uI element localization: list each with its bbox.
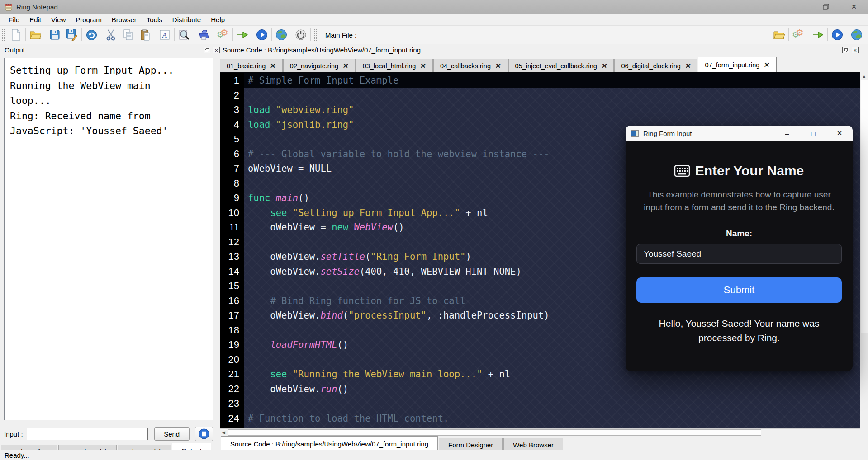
cut-icon[interactable] bbox=[102, 27, 119, 42]
editor-tab-source[interactable]: Source Code : B:/ring/samples/UsingWebVi… bbox=[221, 436, 438, 451]
reload-icon[interactable] bbox=[83, 27, 100, 42]
find-icon[interactable] bbox=[175, 27, 193, 42]
save-icon[interactable] bbox=[46, 27, 63, 42]
output-float-icon[interactable] bbox=[204, 47, 210, 53]
line-number: 18 bbox=[220, 323, 244, 338]
file-tab-07_form_input-ring[interactable]: 07_form_input.ring✕ bbox=[698, 57, 777, 72]
tab-close-icon[interactable]: ✕ bbox=[685, 62, 692, 70]
editor-tab-web[interactable]: Web Browser bbox=[503, 438, 563, 451]
form-minimize-button[interactable]: – bbox=[774, 126, 800, 141]
new-file-icon[interactable] bbox=[7, 27, 24, 42]
run-project-icon[interactable] bbox=[809, 27, 826, 42]
toolbar-grip bbox=[313, 29, 317, 41]
editor-tab-form[interactable]: Form Designer bbox=[439, 438, 503, 451]
output-close-icon[interactable]: ✕ bbox=[213, 47, 220, 53]
file-tab-01_basic-ring[interactable]: 01_basic.ring✕ bbox=[220, 59, 283, 72]
console-output[interactable]: Setting up Form Input App...Running the … bbox=[4, 58, 213, 420]
debug-icon[interactable] bbox=[253, 27, 270, 42]
svg-text:⚙: ⚙ bbox=[220, 29, 228, 38]
debug-project-icon[interactable] bbox=[829, 27, 846, 42]
power-icon[interactable] bbox=[292, 27, 309, 42]
submit-button[interactable]: Submit bbox=[636, 277, 842, 303]
code-line-24: 24# Function to load the HTML content. bbox=[220, 411, 860, 426]
scroll-up-arrow[interactable]: ▲ bbox=[860, 72, 868, 80]
settings-icon[interactable]: ⚙⚙ bbox=[214, 27, 232, 42]
form-result-text: Hello, Youssef Saeed! Your name was proc… bbox=[640, 316, 839, 345]
source-float-icon[interactable] bbox=[842, 47, 849, 53]
form-maximize-button[interactable]: □ bbox=[800, 126, 826, 141]
status-text: Ready... bbox=[5, 451, 29, 459]
file-tab-04_callbacks-ring[interactable]: 04_callbacks.ring✕ bbox=[433, 59, 508, 72]
tab-close-icon[interactable]: ✕ bbox=[342, 62, 349, 70]
menu-edit[interactable]: Edit bbox=[24, 14, 46, 25]
project-settings-icon[interactable]: ⚙⚙ bbox=[790, 27, 807, 42]
run-icon[interactable] bbox=[234, 27, 251, 42]
line-number: 21 bbox=[220, 367, 244, 382]
panel-splitter[interactable] bbox=[216, 57, 220, 450]
tab-close-icon[interactable]: ✕ bbox=[495, 62, 502, 70]
menu-help[interactable]: Help bbox=[206, 14, 230, 25]
tab-close-icon[interactable]: ✕ bbox=[764, 61, 770, 69]
source-close-icon[interactable]: ✕ bbox=[852, 47, 859, 53]
line-number: 12 bbox=[220, 235, 244, 250]
pause-button[interactable] bbox=[195, 427, 213, 441]
send-button[interactable]: Send bbox=[154, 427, 190, 441]
form-window-icon bbox=[631, 130, 639, 137]
app-icon bbox=[5, 3, 13, 11]
close-button[interactable]: ✕ bbox=[840, 0, 868, 14]
form-window-title: Ring Form Input bbox=[643, 130, 692, 137]
console-input[interactable] bbox=[27, 428, 148, 440]
scroll-left-arrow[interactable]: ◀ bbox=[220, 429, 228, 436]
open-project-icon[interactable] bbox=[770, 27, 787, 42]
open-file-icon[interactable] bbox=[27, 27, 44, 42]
font-icon[interactable]: A bbox=[156, 27, 173, 42]
output-panel: Setting up Form Input App...Running the … bbox=[0, 57, 216, 450]
name-input[interactable] bbox=[636, 244, 842, 264]
editor-vertical-scrollbar[interactable]: ▲ bbox=[860, 72, 868, 428]
file-tabbar: 01_basic.ring✕02_navigate.ring✕03_local_… bbox=[220, 57, 868, 72]
editor-horizontal-scrollbar[interactable]: ◀ bbox=[220, 428, 860, 436]
line-number: 1 bbox=[220, 73, 244, 88]
file-tab-03_local_html-ring[interactable]: 03_local_html.ring✕ bbox=[356, 59, 433, 72]
file-tab-label: 05_inject_eval_callback.ring bbox=[515, 62, 597, 70]
vscroll-thumb[interactable] bbox=[861, 80, 868, 333]
file-tab-label: 07_form_input.ring bbox=[705, 61, 759, 69]
file-tab-02_navigate-ring[interactable]: 02_navigate.ring✕ bbox=[283, 59, 356, 72]
print-icon[interactable] bbox=[195, 27, 212, 42]
console-line: JavaScript: 'Youssef Saeed' bbox=[10, 123, 210, 139]
save-as-icon[interactable] bbox=[63, 27, 81, 42]
menu-program[interactable]: Program bbox=[71, 14, 107, 25]
menu-browser[interactable]: Browser bbox=[107, 14, 142, 25]
toolbar: A ⚙⚙ Main File : ⚙⚙ bbox=[0, 26, 868, 44]
minimize-button[interactable]: — bbox=[784, 0, 812, 14]
source-panel-title: Source Code : B:/ring/samples/UsingWebVi… bbox=[223, 46, 421, 54]
copy-icon[interactable] bbox=[119, 27, 137, 42]
console-line: Running the WebView main bbox=[10, 78, 210, 94]
menu-view[interactable]: View bbox=[46, 14, 71, 25]
file-tab-05_inject_eval_callback-ring[interactable]: 05_inject_eval_callback.ring✕ bbox=[508, 59, 614, 72]
hscroll-thumb[interactable] bbox=[228, 429, 761, 436]
form-window-titlebar[interactable]: Ring Form Input – □ ✕ bbox=[626, 126, 853, 141]
file-tab-06_digital_clock-ring[interactable]: 06_digital_clock.ring✕ bbox=[614, 59, 697, 72]
menu-tools[interactable]: Tools bbox=[142, 14, 167, 25]
web-project-icon[interactable] bbox=[848, 27, 865, 42]
line-number: 10 bbox=[220, 206, 244, 221]
line-number: 24 bbox=[220, 411, 244, 426]
paste-icon[interactable] bbox=[137, 27, 154, 42]
main-file-label: Main File : bbox=[325, 31, 356, 39]
name-label: Name: bbox=[626, 229, 853, 239]
menu-distribute[interactable]: Distribute bbox=[167, 14, 206, 25]
tab-close-icon[interactable]: ✕ bbox=[420, 62, 427, 70]
titlebar: Ring Notepad — ✕ bbox=[0, 0, 868, 14]
line-number: 13 bbox=[220, 249, 244, 264]
file-tab-label: 06_digital_clock.ring bbox=[621, 62, 680, 70]
restore-button[interactable] bbox=[812, 0, 840, 14]
window-title: Ring Notepad bbox=[16, 3, 58, 11]
line-number: 14 bbox=[220, 264, 244, 279]
line-number: 3 bbox=[220, 103, 244, 117]
tab-close-icon[interactable]: ✕ bbox=[270, 62, 276, 70]
web-icon[interactable] bbox=[273, 27, 290, 42]
form-close-button[interactable]: ✕ bbox=[826, 126, 853, 141]
menu-file[interactable]: File bbox=[4, 14, 24, 25]
tab-close-icon[interactable]: ✕ bbox=[601, 62, 608, 70]
